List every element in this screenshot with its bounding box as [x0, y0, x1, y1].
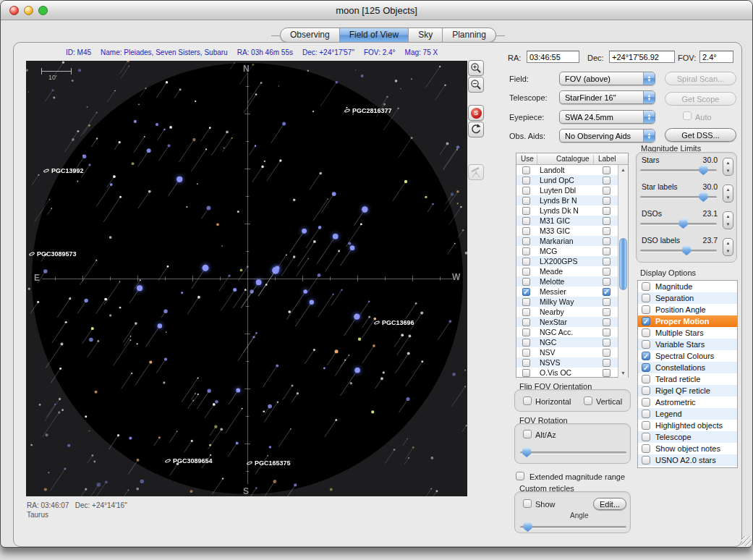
use-checkbox[interactable]	[522, 328, 530, 336]
option-checkbox[interactable]	[642, 433, 650, 441]
catalogue-row[interactable]: O.Vis OC	[516, 368, 618, 378]
resize-grip[interactable]	[741, 536, 752, 546]
use-checkbox[interactable]	[522, 237, 530, 245]
label-checkbox[interactable]	[603, 207, 611, 215]
option-checkbox[interactable]	[642, 294, 650, 302]
label-checkbox[interactable]	[603, 308, 611, 316]
label-checkbox[interactable]	[603, 268, 611, 276]
altaz-checkbox[interactable]	[523, 430, 532, 438]
obs-aids-dropdown[interactable]: No Observing Aids ▲▼	[559, 129, 655, 143]
ra-input[interactable]	[527, 51, 579, 63]
use-checkbox[interactable]	[522, 207, 530, 215]
pgc-object-label[interactable]: PGC3089654	[165, 457, 213, 464]
label-checkbox[interactable]	[603, 278, 611, 286]
extended-magnitude-checkbox[interactable]	[516, 472, 524, 480]
option-checkbox[interactable]	[642, 305, 650, 314]
use-checkbox[interactable]	[522, 308, 530, 316]
catalogue-row[interactable]: Lynds Br N	[516, 195, 618, 205]
stop-slew-button[interactable]: S	[468, 105, 484, 121]
title-bar[interactable]: moon [125 Objects]	[1, 1, 752, 20]
label-checkbox[interactable]	[603, 298, 611, 306]
show-reticles-checkbox[interactable]	[523, 499, 532, 508]
mag-slider[interactable]	[640, 219, 717, 229]
mag-stepper[interactable]: ▲▼	[723, 184, 733, 203]
label-checkbox[interactable]: ✓	[603, 288, 611, 296]
field-dropdown[interactable]: FOV (above) ▲▼	[559, 72, 655, 85]
slider-thumb[interactable]	[699, 192, 708, 202]
eyepiece-dropdown[interactable]: SWA 24.5mm ▲▼	[559, 110, 655, 124]
display-option-telescope[interactable]: Telescope	[638, 431, 737, 443]
display-option-variable-stars[interactable]: Variable Stars	[638, 339, 737, 350]
edit-reticles-button[interactable]: Edit...	[593, 498, 626, 510]
option-checkbox[interactable]: ✓	[642, 363, 650, 372]
catalogue-row[interactable]: LX200GPS	[516, 256, 618, 266]
display-option-show-object-notes[interactable]: Show object notes	[638, 443, 737, 454]
starfield-canvas[interactable]	[26, 61, 467, 496]
fov-chart[interactable]: N S E W 10' PGC2816377PGC13992PGC3089573…	[26, 61, 467, 496]
mag-stepper[interactable]: ▲▼	[723, 158, 733, 176]
catalogue-row[interactable]: M33 GIC	[516, 226, 618, 236]
use-checkbox[interactable]	[522, 349, 530, 357]
mag-stepper[interactable]: ▲▼	[723, 211, 733, 229]
catalogue-row[interactable]: ✓Messier✓	[516, 287, 618, 297]
catalogue-row[interactable]: Nearby	[516, 307, 618, 317]
horizontal-checkbox[interactable]	[523, 396, 532, 405]
use-checkbox[interactable]	[522, 197, 530, 205]
display-option-rigel-qf-reticle[interactable]: Rigel QF reticle	[638, 385, 737, 396]
label-checkbox[interactable]	[603, 237, 611, 245]
slider-thumb[interactable]	[523, 522, 532, 532]
zoom-in-button[interactable]	[468, 60, 484, 76]
display-option-telrad-reticle[interactable]: Telrad reticle	[638, 373, 737, 385]
zoom-out-button[interactable]	[468, 77, 484, 93]
option-checkbox[interactable]	[642, 328, 650, 337]
slider-thumb[interactable]	[699, 165, 708, 175]
label-checkbox[interactable]	[603, 217, 611, 225]
catalogue-row[interactable]: NGC	[516, 337, 618, 347]
label-checkbox[interactable]	[603, 187, 611, 195]
use-checkbox[interactable]	[522, 217, 530, 225]
use-checkbox[interactable]	[522, 258, 530, 266]
pgc-object-label[interactable]: PGC165375	[247, 459, 291, 467]
label-checkbox[interactable]	[603, 339, 611, 347]
refresh-button[interactable]	[468, 122, 484, 137]
display-option-magnitude[interactable]: Magnitude	[638, 281, 737, 292]
slider-thumb[interactable]	[682, 245, 692, 255]
use-checkbox[interactable]	[522, 369, 530, 377]
mag-slider[interactable]	[640, 245, 717, 255]
option-checkbox[interactable]	[642, 282, 650, 291]
use-checkbox[interactable]	[522, 227, 530, 235]
scroll-down-arrow-icon[interactable]: ▼	[618, 369, 628, 377]
pgc-object-label[interactable]: PGC3089573	[29, 250, 77, 258]
catalogue-scrollbar[interactable]: ▲ ▼	[618, 165, 628, 378]
telescope-dropdown[interactable]: StarFinder 16" ▲▼	[559, 90, 655, 104]
label-checkbox[interactable]	[603, 177, 611, 184]
tab-field-of-view[interactable]: Field of View	[340, 28, 409, 42]
catalogue-row[interactable]: Landolt	[516, 165, 618, 175]
catalogue-row[interactable]: NSVS	[516, 357, 618, 368]
option-checkbox[interactable]	[642, 456, 650, 464]
mag-slider[interactable]	[640, 165, 717, 175]
display-option-legend[interactable]: Legend	[638, 408, 737, 420]
mag-stepper[interactable]: ▲▼	[723, 238, 733, 256]
catalogue-row[interactable]: Milky Way	[516, 297, 618, 307]
label-checkbox[interactable]	[603, 197, 611, 205]
catalogue-row[interactable]: NexStar	[516, 317, 618, 327]
use-checkbox[interactable]	[522, 318, 530, 326]
use-checkbox[interactable]	[522, 247, 530, 255]
catalogue-row[interactable]: Lynds Dk N	[516, 205, 618, 216]
pgc-object-label[interactable]: PGC13992	[43, 167, 84, 174]
option-checkbox[interactable]	[642, 421, 650, 430]
option-checkbox[interactable]: ✓	[642, 317, 650, 326]
vertical-checkbox[interactable]	[584, 396, 592, 405]
use-checkbox[interactable]	[522, 359, 530, 367]
option-checkbox[interactable]	[642, 340, 650, 349]
dec-input[interactable]	[609, 51, 675, 63]
pgc-object-label[interactable]: PGC2816377	[344, 107, 392, 114]
catalogue-row[interactable]: Markarian	[516, 236, 618, 246]
label-checkbox[interactable]	[603, 258, 611, 266]
label-checkbox[interactable]	[603, 318, 611, 326]
display-option-multiple-stars[interactable]: Multiple Stars	[638, 327, 737, 339]
display-option-separation[interactable]: Separation	[638, 292, 737, 304]
use-checkbox[interactable]	[522, 187, 530, 195]
catalogue-row[interactable]: M31 GIC	[516, 216, 618, 226]
